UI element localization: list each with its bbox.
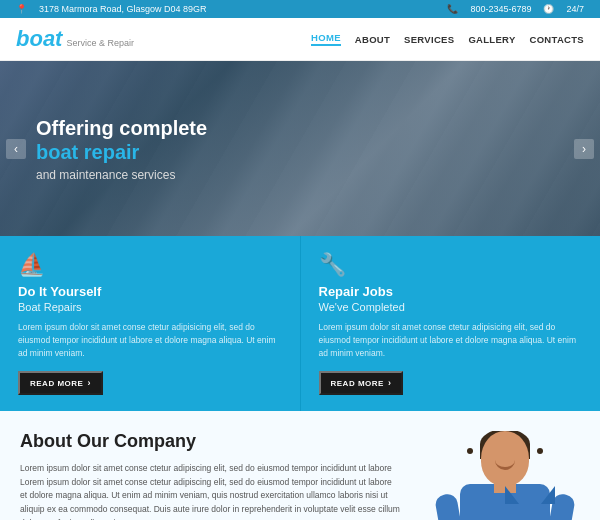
person-eye-left [467,448,473,454]
card-repair-read-more[interactable]: READ MORE › [319,371,404,395]
hero-section: ‹ Offering complete boat repair and main… [0,61,600,236]
card-repair-text: Lorem ipsum dolor sit amet conse ctetur … [319,321,583,359]
about-content: About Our Company Lorem ipsum dolor sit … [20,431,420,520]
hero-subtitle: and maintenance services [36,168,207,182]
person-collar-right [541,486,555,504]
hero-highlight: boat repair [36,141,207,164]
phone-text: 800-2345-6789 [470,4,531,14]
about-text: Lorem ipsum dolor sit amet conse ctetur … [20,462,400,520]
nav-gallery[interactable]: GALLERY [468,34,515,45]
hero-content: Offering complete boat repair and mainte… [36,115,207,182]
top-bar-left: 📍 3178 Marmora Road, Glasgow D04 89GR [16,4,207,14]
person-head [481,431,529,486]
card-repair-icon: 🔧 [319,252,583,278]
cards-row: ⛵ Do It Yourself Boat Repairs Lorem ipsu… [0,236,600,411]
logo-main: boat [16,26,62,52]
hours-text: 24/7 [566,4,584,14]
card-diy-icon: ⛵ [18,252,282,278]
about-title: About Our Company [20,431,400,452]
nav-home[interactable]: HOME [311,32,341,46]
address-text: 3178 Marmora Road, Glasgow D04 89GR [39,4,207,14]
nav-contacts[interactable]: CONTACTS [530,34,584,45]
location-icon: 📍 [16,4,27,14]
top-bar-right: 📞 800-2345-6789 🕐 24/7 [447,4,584,14]
nav-services[interactable]: SERVICES [404,34,454,45]
header: boat Service & Repair HOME ABOUT SERVICE… [0,18,600,61]
top-bar: 📍 3178 Marmora Road, Glasgow D04 89GR 📞 … [0,0,600,18]
nav-about[interactable]: ABOUT [355,34,390,45]
phone-icon: 📞 [447,4,458,14]
logo: boat Service & Repair [16,26,134,52]
card-repair-subtitle: We've Completed [319,301,583,313]
card-repair-title: Repair Jobs [319,284,583,299]
person-eye-right [537,448,543,454]
person-figure [430,431,580,520]
about-image [420,431,580,520]
card-diy-title: Do It Yourself [18,284,282,299]
main-nav: HOME ABOUT SERVICES GALLERY CONTACTS [311,32,584,46]
clock-icon: 🕐 [543,4,554,14]
card-diy-read-more[interactable]: READ MORE › [18,371,103,395]
card-repair: 🔧 Repair Jobs We've Completed Lorem ipsu… [301,236,601,411]
about-section: About Our Company Lorem ipsum dolor sit … [0,411,600,520]
person-collar-left [505,486,519,504]
card-diy-subtitle: Boat Repairs [18,301,282,313]
hero-next-button[interactable]: › [574,139,594,159]
card-diy: ⛵ Do It Yourself Boat Repairs Lorem ipsu… [0,236,301,411]
logo-sub: Service & Repair [66,38,134,48]
card-diy-text: Lorem ipsum dolor sit amet conse ctetur … [18,321,282,359]
hero-title: Offering complete [36,115,207,141]
hero-prev-button[interactable]: ‹ [6,139,26,159]
